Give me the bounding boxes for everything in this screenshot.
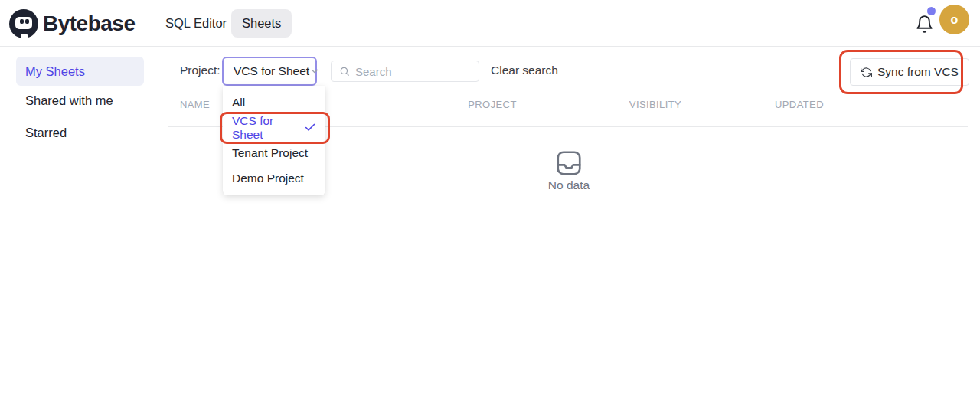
dropdown-option-label: VCS for Sheet bbox=[232, 114, 304, 142]
brand-title: Bytebase bbox=[43, 11, 136, 36]
sidebar-item-label: Shared with me bbox=[25, 93, 113, 108]
sidebar-item-label: My Sheets bbox=[25, 64, 85, 79]
search-input[interactable] bbox=[355, 65, 472, 78]
project-select-value: VCS for Sheet bbox=[234, 64, 309, 78]
dropdown-option-label: Demo Project bbox=[232, 172, 304, 185]
inbox-icon bbox=[554, 149, 583, 178]
column-header-visibility: VISIBILITY bbox=[629, 99, 681, 110]
sidebar-item-starred[interactable]: Starred bbox=[16, 118, 144, 147]
dropdown-option-all[interactable]: All bbox=[223, 90, 325, 115]
top-bar: Bytebase SQL Editor Sheets o bbox=[0, 0, 980, 47]
bell-icon bbox=[915, 15, 934, 34]
dropdown-option-label: All bbox=[232, 96, 245, 110]
column-header-updated: UPDATED bbox=[775, 99, 824, 110]
dropdown-option-label: Tenant Project bbox=[232, 146, 308, 160]
search-icon bbox=[339, 66, 350, 77]
tab-sql-editor[interactable]: SQL Editor bbox=[165, 0, 227, 47]
column-header-name: NAME bbox=[180, 99, 210, 110]
sync-icon bbox=[861, 67, 872, 78]
tab-sheets[interactable]: Sheets bbox=[231, 9, 292, 38]
dropdown-option-demo-project[interactable]: Demo Project bbox=[223, 165, 325, 191]
sync-from-vcs-button[interactable]: Sync from VCS bbox=[850, 58, 969, 86]
notification-dot bbox=[927, 7, 936, 15]
empty-state-label: No data bbox=[548, 178, 590, 192]
sidebar-item-my-sheets[interactable]: My Sheets bbox=[16, 57, 144, 86]
sidebar-item-label: Starred bbox=[25, 126, 67, 140]
dropdown-option-vcs-for-sheet[interactable]: VCS for Sheet bbox=[223, 115, 325, 140]
project-select[interactable]: VCS for Sheet bbox=[222, 57, 317, 86]
notifications-button[interactable] bbox=[913, 12, 936, 35]
avatar[interactable]: o bbox=[939, 5, 969, 34]
sync-button-label: Sync from VCS bbox=[877, 65, 959, 79]
project-dropdown-menu: All VCS for Sheet Tenant Project Demo Pr… bbox=[223, 86, 325, 195]
dropdown-option-tenant-project[interactable]: Tenant Project bbox=[223, 140, 325, 165]
search-box bbox=[331, 61, 479, 82]
sidebar-item-shared-with-me[interactable]: Shared with me bbox=[16, 86, 144, 115]
avatar-letter: o bbox=[951, 13, 959, 27]
project-filter-label: Project: bbox=[180, 56, 220, 85]
sidebar: My Sheets Shared with me Starred bbox=[0, 47, 155, 409]
check-icon bbox=[304, 121, 316, 134]
clear-search-button[interactable]: Clear search bbox=[491, 56, 558, 85]
chevron-down-icon bbox=[309, 66, 320, 77]
brand-link[interactable]: Bytebase bbox=[9, 0, 136, 47]
column-header-project: PROJECT bbox=[468, 99, 516, 110]
bytebase-logo-icon bbox=[9, 9, 38, 38]
